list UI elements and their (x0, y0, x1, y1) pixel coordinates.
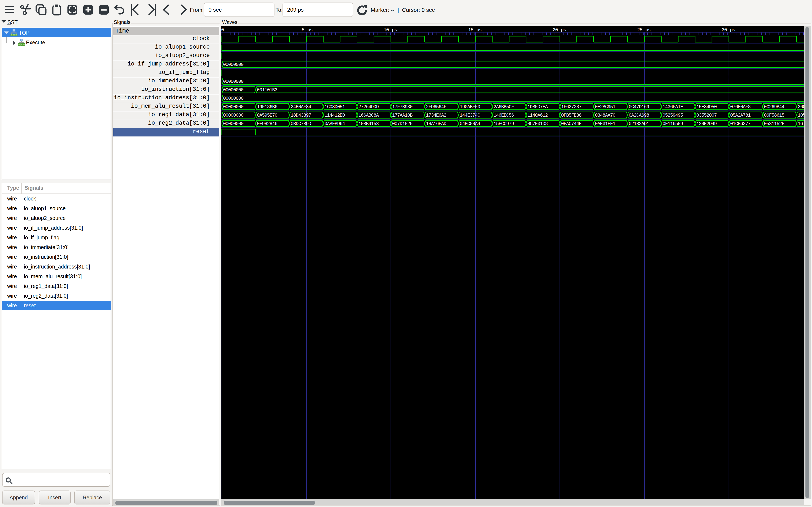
svg-text:10BB9153: 10BB9153 (358, 121, 378, 126)
svg-text:00000000: 00000000 (223, 104, 243, 110)
svg-text:00000000: 00000000 (223, 96, 243, 101)
svg-text:0FAC744F: 0FAC744F (561, 121, 581, 126)
svg-text:01CB6377: 01CB6377 (730, 121, 751, 126)
svg-text:1734E6A2: 1734E6A2 (426, 113, 446, 118)
svg-text:167: 167 (798, 121, 804, 126)
svg-text:ps: ps (645, 27, 651, 33)
svg-text:1140A612: 1140A612 (527, 113, 548, 118)
svg-text:166ABC8A: 166ABC8A (358, 113, 379, 118)
svg-text:146EEC56: 146EEC56 (494, 113, 514, 118)
svg-text:001101B3: 001101B3 (257, 88, 277, 93)
svg-text:0F116589: 0F116589 (662, 121, 683, 126)
svg-text:1C03D051: 1C03D051 (324, 104, 345, 110)
svg-text:15E34D50: 15E34D50 (696, 104, 717, 110)
svg-text:06F58615: 06F58615 (764, 113, 784, 118)
svg-text:1F627287: 1F627287 (561, 104, 581, 110)
svg-text:24B0AF34: 24B0AF34 (291, 104, 311, 110)
svg-text:0F982846: 0F982846 (257, 121, 277, 126)
svg-text:2A6BB5CF: 2A6BB5CF (494, 104, 514, 110)
svg-text:05259495: 05259495 (662, 113, 683, 118)
svg-text:177AA10B: 177AA10B (392, 113, 413, 118)
svg-text:18A16FAD: 18A16FAD (426, 121, 446, 126)
svg-text:15FCC979: 15FCC979 (494, 121, 514, 126)
svg-text:128E2D49: 128E2D49 (696, 121, 717, 126)
svg-text:0FB5FE38: 0FB5FE38 (561, 113, 581, 118)
svg-text:ps: ps (476, 27, 481, 33)
svg-text:00000000: 00000000 (223, 121, 243, 126)
svg-text:0531152F: 0531152F (764, 121, 784, 126)
svg-text:15: 15 (468, 27, 473, 33)
svg-text:1DBFD7EA: 1DBFD7EA (527, 104, 548, 110)
svg-text:26C: 26C (798, 104, 804, 110)
svg-text:0C7F31D8: 0C7F31D8 (527, 121, 548, 126)
svg-text:021B2AD1: 021B2AD1 (629, 121, 649, 126)
svg-text:0: 0 (221, 27, 224, 33)
svg-text:0E2BC951: 0E2BC951 (595, 104, 616, 110)
svg-text:27264DDD: 27264DDD (358, 104, 379, 110)
svg-text:19F186B6: 19F186B6 (257, 104, 277, 110)
svg-text:00000000: 00000000 (223, 113, 243, 118)
svg-text:30: 30 (722, 27, 727, 33)
svg-text:03552007: 03552007 (696, 113, 717, 118)
svg-text:2FD6564F: 2FD6564F (426, 104, 446, 110)
svg-text:00000000: 00000000 (223, 88, 243, 93)
svg-text:144E374C: 144E374C (460, 113, 480, 118)
svg-text:ps: ps (392, 27, 397, 33)
svg-text:0BDC7B9D: 0BDC7B9D (291, 121, 311, 126)
svg-text:ps: ps (561, 27, 566, 33)
svg-text:ps: ps (730, 27, 735, 33)
svg-text:0A2CA698: 0A2CA698 (629, 113, 649, 118)
svg-text:ps: ps (307, 27, 312, 33)
svg-text:0AE31EE1: 0AE31EE1 (595, 121, 616, 126)
svg-text:0ABFBD64: 0ABFBD64 (324, 121, 345, 126)
svg-text:20: 20 (553, 27, 558, 33)
svg-text:007D1825: 007D1825 (392, 121, 412, 126)
svg-text:05A2A781: 05A2A781 (730, 113, 751, 118)
svg-text:0C47D169: 0C47D169 (629, 104, 649, 110)
svg-text:076E0AF8: 076E0AF8 (730, 104, 751, 110)
svg-text:190ABFF0: 190ABFF0 (460, 104, 480, 110)
svg-text:5: 5 (302, 27, 304, 33)
svg-text:0C269B44: 0C269B44 (764, 104, 784, 110)
svg-text:0A595E70: 0A595E70 (257, 113, 277, 118)
svg-text:18D43397: 18D43397 (291, 113, 311, 118)
svg-text:00000000: 00000000 (223, 62, 243, 67)
svg-text:1436FA1E: 1436FA1E (662, 104, 683, 110)
svg-text:0348AA70: 0348AA70 (595, 113, 615, 118)
svg-text:10: 10 (384, 27, 389, 33)
svg-text:105: 105 (798, 113, 804, 118)
svg-text:04BC88A4: 04BC88A4 (460, 121, 480, 126)
svg-text:17F7B930: 17F7B930 (392, 104, 412, 110)
svg-text:25: 25 (637, 27, 642, 33)
svg-text:00000000: 00000000 (223, 79, 243, 84)
svg-text:114412ED: 114412ED (324, 113, 345, 118)
